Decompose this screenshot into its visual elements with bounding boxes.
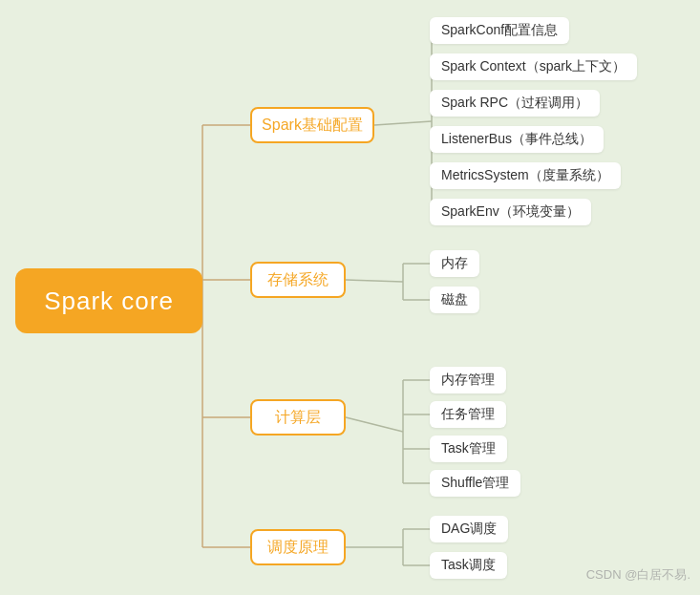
branch-node-compute: 计算层 — [250, 399, 346, 436]
branch-label: 计算层 — [275, 408, 321, 428]
watermark: CSDN @白居不易. — [586, 566, 690, 584]
svg-line-1 — [374, 121, 432, 125]
mindmap-container: Spark core Spark基础配置 SparkConf配置信息 Spark… — [0, 0, 700, 595]
svg-line-9 — [346, 280, 403, 282]
center-label: Spark core — [44, 287, 174, 316]
leaf-task-manage: Task管理 — [430, 436, 507, 462]
branch-label: Spark基础配置 — [262, 116, 363, 136]
leaf-metricssystem: MetricsSystem（度量系统） — [430, 162, 621, 189]
leaf-task-schedule: Task调度 — [430, 552, 507, 579]
branch-node-schedule: 调度原理 — [250, 529, 346, 565]
leaf-memory-mgmt: 内存管理 — [430, 367, 506, 393]
leaf-listenerbus: ListenerBus（事件总线） — [430, 126, 604, 153]
svg-line-13 — [346, 417, 403, 432]
branch-node-config: Spark基础配置 — [250, 107, 374, 143]
leaf-sparkrpc: Spark RPC（过程调用） — [430, 90, 600, 117]
branch-label: 调度原理 — [267, 538, 329, 558]
leaf-task-mgmt: 任务管理 — [430, 401, 506, 428]
leaf-sparkconf: SparkConf配置信息 — [430, 17, 569, 44]
leaf-sparkenv: SparkEnv（环境变量） — [430, 199, 591, 225]
branch-node-storage: 存储系统 — [250, 262, 346, 298]
center-node: Spark core — [15, 268, 202, 333]
leaf-sparkcontext: Spark Context（spark上下文） — [430, 53, 637, 80]
leaf-shuffle-mgmt: Shuffle管理 — [430, 470, 520, 497]
leaf-dag: DAG调度 — [430, 516, 508, 542]
branch-label: 存储系统 — [267, 270, 329, 290]
leaf-memory: 内存 — [430, 250, 479, 277]
leaf-disk: 磁盘 — [430, 287, 479, 313]
